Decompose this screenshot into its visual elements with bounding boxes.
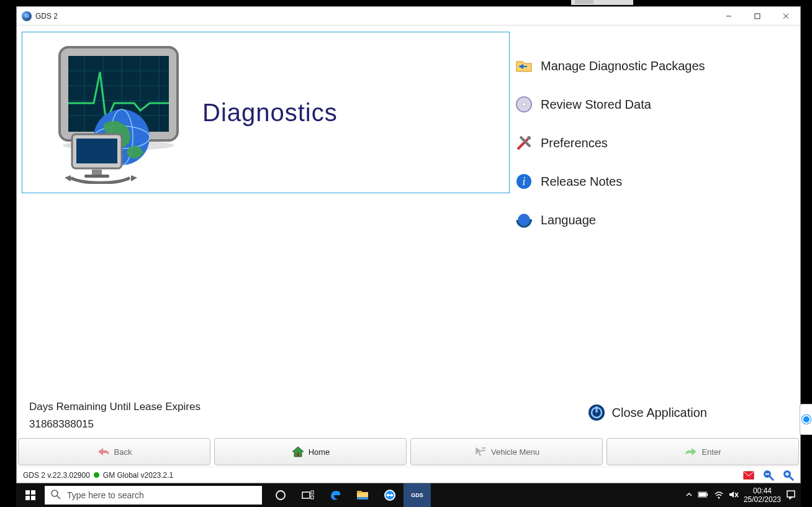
right-menu: Manage Diagnostic Packages Review Stored… — [515, 25, 800, 437]
vehicle-menu-button[interactable]: Vehicle Menu — [410, 438, 603, 465]
folder-arrow-icon — [515, 57, 533, 75]
svg-rect-75 — [787, 491, 795, 497]
zoom-in-icon[interactable] — [783, 470, 794, 481]
top-artifact — [575, 0, 593, 4]
home-button[interactable]: Home — [214, 438, 407, 465]
menu-release-notes[interactable]: i Release Notes — [515, 172, 800, 191]
svg-line-49 — [790, 477, 793, 480]
back-arrow-icon — [97, 445, 109, 458]
svg-rect-58 — [311, 491, 314, 494]
button-label: Back — [114, 447, 132, 457]
button-label: Enter — [701, 447, 721, 457]
menu-label: Language — [541, 213, 596, 227]
time: 00:44 — [744, 486, 781, 495]
svg-point-54 — [52, 490, 58, 496]
notifications-icon[interactable] — [786, 490, 796, 501]
left-pane: Diagnostics Days Remaining Until Lease E… — [17, 25, 515, 437]
svg-rect-52 — [25, 496, 30, 500]
status-dot-icon — [94, 472, 99, 478]
edge-icon[interactable] — [322, 483, 349, 507]
svg-point-71 — [718, 496, 720, 498]
app-icon: G — [22, 11, 32, 21]
svg-rect-1 — [755, 14, 760, 19]
svg-marker-23 — [131, 175, 137, 181]
svg-rect-50 — [25, 490, 30, 495]
diagnostics-title: Diagnostics — [202, 99, 338, 127]
cursor-menu-icon — [474, 445, 486, 458]
tools-icon — [515, 134, 533, 152]
teamviewer-dot-icon — [802, 415, 811, 424]
mail-error-icon[interactable] — [743, 470, 754, 481]
button-label: Home — [309, 447, 330, 457]
disc-icon — [515, 95, 533, 114]
start-button[interactable] — [16, 490, 45, 500]
svg-rect-53 — [31, 496, 35, 500]
global-version: GM Global v2023.2.1 — [103, 471, 173, 480]
diagnostics-card[interactable]: Diagnostics — [22, 32, 510, 193]
menu-label: Review Stored Data — [541, 98, 651, 112]
svg-rect-70 — [699, 493, 706, 496]
button-bar: Back Home Vehicle Menu Enter — [17, 437, 800, 467]
menu-preferences[interactable]: Preferences — [515, 134, 800, 152]
teamviewer-side-tab[interactable] — [800, 404, 812, 435]
window-controls — [715, 7, 800, 25]
menu-label: Manage Diagnostic Packages — [541, 59, 705, 73]
menu-label: Close Application — [612, 406, 707, 420]
forward-arrow-icon — [684, 445, 697, 458]
window-title: GDS 2 — [35, 12, 715, 21]
menu-language[interactable]: Language — [515, 211, 800, 229]
svg-point-26 — [522, 103, 526, 106]
svg-rect-51 — [31, 490, 35, 495]
tray-chevron-icon[interactable] — [685, 491, 693, 500]
svg-rect-67 — [388, 495, 392, 496]
menu-review-stored[interactable]: Review Stored Data — [515, 95, 800, 114]
lease-value: 31868388015 — [29, 418, 201, 431]
svg-line-45 — [770, 477, 774, 480]
search-icon — [51, 490, 61, 501]
battery-icon[interactable] — [698, 491, 709, 500]
file-explorer-icon[interactable] — [349, 483, 376, 507]
svg-rect-21 — [92, 170, 102, 175]
svg-rect-20 — [76, 139, 117, 163]
wifi-icon[interactable] — [714, 490, 724, 501]
enter-button[interactable]: Enter — [607, 438, 799, 465]
taskbar: Type here to search GDS 00:44 25/02/2023 — [16, 483, 801, 507]
svg-text:i: i — [522, 175, 525, 188]
svg-point-56 — [276, 491, 285, 500]
cortana-icon[interactable] — [267, 483, 294, 507]
clock[interactable]: 00:44 25/02/2023 — [744, 486, 781, 505]
search-placeholder: Type here to search — [67, 490, 144, 500]
svg-rect-62 — [357, 497, 368, 500]
svg-rect-61 — [357, 491, 362, 493]
search-box[interactable]: Type here to search — [45, 486, 262, 505]
task-view-icon[interactable] — [294, 483, 322, 507]
close-button[interactable] — [772, 7, 800, 25]
status-bar: GDS 2 v.22.3.02900 GM Global v2023.2.1 — [17, 467, 800, 483]
menu-close-application[interactable]: Close Application — [587, 403, 707, 422]
svg-marker-39 — [476, 447, 483, 456]
lease-label: Days Remaining Until Lease Expires — [29, 401, 201, 413]
svg-point-29 — [527, 136, 531, 140]
svg-rect-38 — [297, 453, 299, 457]
globe-refresh-icon — [515, 211, 533, 229]
svg-marker-72 — [729, 491, 734, 498]
volume-mute-icon[interactable] — [729, 490, 739, 501]
zoom-out-icon[interactable] — [763, 470, 774, 481]
gds-app-icon[interactable]: GDS — [404, 483, 431, 507]
svg-rect-22 — [84, 175, 109, 178]
menu-label: Release Notes — [541, 175, 622, 189]
svg-marker-76 — [790, 497, 792, 499]
maximize-button[interactable] — [743, 7, 772, 25]
back-button[interactable]: Back — [18, 438, 210, 465]
menu-label: Preferences — [541, 136, 608, 150]
minimize-button[interactable] — [715, 7, 743, 25]
teamviewer-icon[interactable] — [376, 483, 404, 507]
menu-manage-packages[interactable]: Manage Diagnostic Packages — [515, 57, 800, 75]
svg-rect-57 — [302, 492, 310, 498]
app-window: G GDS 2 — [16, 6, 801, 483]
date: 25/02/2023 — [744, 495, 781, 504]
svg-rect-69 — [706, 493, 708, 496]
svg-line-55 — [57, 496, 60, 499]
system-tray: 00:44 25/02/2023 — [685, 486, 801, 505]
app-version: GDS 2 v.22.3.02900 — [23, 471, 90, 480]
